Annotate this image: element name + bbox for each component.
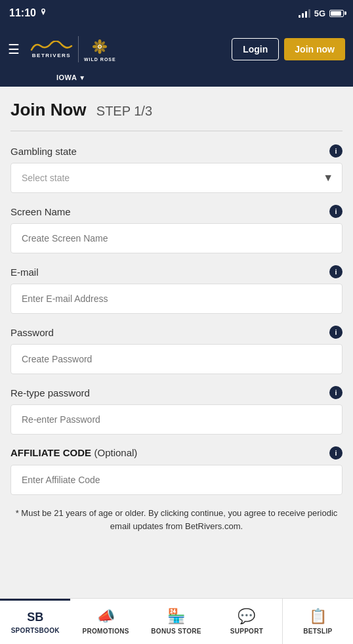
bottom-nav: SB SPORTSBOOK 📣 PROMOTIONS 🏪 BONUS STORE…	[0, 598, 353, 644]
betslip-label: BETSLIP	[303, 628, 332, 635]
affiliate-code-section: AFFILIATE CODE (Optional) i	[10, 446, 343, 495]
nav-item-sportsbook[interactable]: SB SPORTSBOOK	[0, 599, 70, 644]
betrivers-wave-icon	[30, 41, 73, 53]
title-divider	[10, 131, 343, 131]
betrivers-text: BETRIVERS	[32, 53, 71, 58]
betslip-icon: 📋	[309, 608, 327, 625]
page-title: Join Now STEP 1/3	[10, 100, 152, 120]
screen-name-info-icon[interactable]: i	[329, 205, 343, 218]
support-label: SUPPORT	[230, 628, 263, 635]
screen-name-label: Screen Name	[10, 206, 71, 217]
email-input[interactable]	[10, 284, 343, 314]
gambling-state-info-icon[interactable]: i	[329, 144, 343, 158]
main-content: Join Now STEP 1/3 Gambling state i Selec…	[0, 87, 353, 606]
retype-password-section: Re-type password i	[10, 386, 343, 435]
screen-name-input[interactable]	[10, 223, 343, 253]
chevron-down-icon: ▼	[79, 74, 85, 81]
status-time: 11:10	[9, 7, 48, 19]
svg-point-2	[98, 49, 102, 54]
retype-password-input[interactable]	[10, 404, 343, 435]
status-bar: 11:10 5G	[0, 0, 353, 26]
affiliate-info-icon[interactable]: i	[329, 446, 343, 460]
battery-icon	[329, 10, 344, 17]
affiliate-code-input[interactable]	[10, 465, 343, 495]
bottom-spacer	[10, 543, 343, 595]
nav-item-bonus-store[interactable]: 🏪 BONUS STORE	[141, 599, 211, 644]
bonus-store-icon: 🏪	[167, 608, 185, 625]
nav-item-betslip[interactable]: 📋 BETSLIP	[282, 599, 353, 644]
password-label-row: Password i	[10, 326, 343, 339]
bonus-store-label: BONUS STORE	[151, 628, 201, 635]
retype-password-label-row: Re-type password i	[10, 386, 343, 399]
hamburger-menu[interactable]: ☰	[8, 41, 20, 57]
support-icon: 💬	[238, 608, 255, 625]
disclaimer-text: * Must be 21 years of age or older. By c…	[10, 507, 343, 532]
retype-password-info-icon[interactable]: i	[329, 386, 343, 399]
retype-password-label: Re-type password	[10, 387, 90, 398]
password-info-icon[interactable]: i	[329, 326, 343, 339]
join-now-button[interactable]: Join now	[284, 38, 345, 60]
affiliate-label-row: AFFILIATE CODE (Optional) i	[10, 446, 343, 460]
sportsbook-label: SPORTSBOOK	[11, 627, 60, 634]
gambling-state-select[interactable]: Select state Iowa New Jersey Pennsylvani…	[10, 163, 343, 193]
wildrose-icon	[91, 37, 109, 56]
svg-point-3	[93, 45, 98, 48]
affiliate-optional-label: (Optional)	[94, 447, 138, 458]
iowa-row: IOWA ▼	[0, 72, 353, 87]
promotions-icon: 📣	[97, 608, 115, 625]
logo-area: BETRIVERS WILD ROSE	[30, 36, 224, 62]
wildrose-logo: WILD ROSE	[84, 37, 116, 62]
sportsbook-icon: SB	[27, 611, 43, 624]
email-label-row: E-mail i	[10, 265, 343, 278]
iowa-badge[interactable]: IOWA ▼	[56, 74, 86, 81]
page-title-area: Join Now STEP 1/3	[10, 100, 343, 123]
gambling-state-label-row: Gambling state i	[10, 144, 343, 158]
status-right: 5G	[299, 9, 344, 18]
password-input[interactable]	[10, 344, 343, 374]
nav-item-support[interactable]: 💬 SUPPORT	[211, 599, 281, 644]
location-icon	[39, 9, 48, 18]
gambling-state-section: Gambling state i Select state Iowa New J…	[10, 144, 343, 193]
betrivers-logo: BETRIVERS	[30, 41, 73, 58]
network-label: 5G	[314, 9, 325, 18]
email-section: E-mail i	[10, 265, 343, 314]
gambling-state-label: Gambling state	[10, 146, 77, 157]
password-label: Password	[10, 327, 54, 338]
email-info-icon[interactable]: i	[329, 265, 343, 278]
svg-point-1	[98, 39, 102, 45]
screen-name-section: Screen Name i	[10, 205, 343, 253]
iowa-label: IOWA	[56, 74, 77, 81]
svg-point-4	[102, 45, 107, 48]
password-section: Password i	[10, 326, 343, 374]
wildrose-text: WILD ROSE	[84, 57, 116, 62]
logo-divider	[78, 36, 79, 62]
email-label: E-mail	[10, 267, 39, 278]
gambling-state-select-wrapper: Select state Iowa New Jersey Pennsylvani…	[10, 163, 343, 193]
signal-icon	[299, 9, 310, 18]
nav-header: ☰ BETRIVERS WIL	[0, 26, 353, 72]
svg-point-10	[98, 45, 101, 48]
screen-name-label-row: Screen Name i	[10, 205, 343, 218]
nav-buttons: Login Join now	[232, 38, 345, 60]
nav-item-promotions[interactable]: 📣 PROMOTIONS	[70, 599, 140, 644]
affiliate-bold-label: AFFILIATE CODE	[10, 447, 91, 458]
login-button[interactable]: Login	[232, 38, 279, 60]
step-label: STEP 1/3	[96, 104, 152, 118]
affiliate-label: AFFILIATE CODE (Optional)	[10, 447, 137, 459]
promotions-label: PROMOTIONS	[82, 628, 129, 635]
